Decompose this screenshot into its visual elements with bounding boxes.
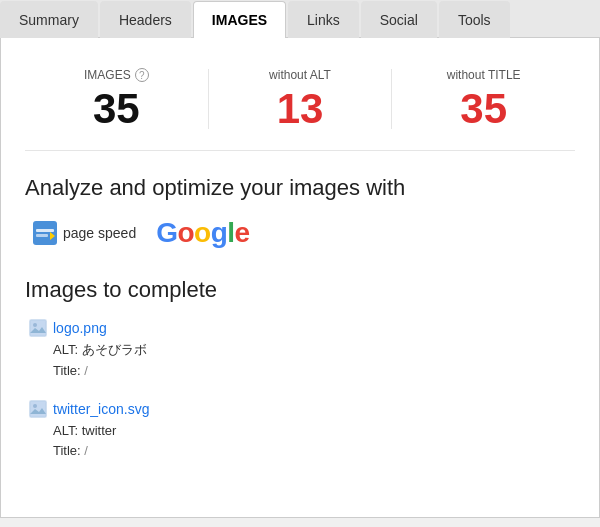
tab-links[interactable]: Links xyxy=(288,1,359,38)
pagespeed-label: page speed xyxy=(63,225,136,241)
alt-value-0: あそびラボ xyxy=(82,342,147,357)
stat-without-alt: without ALT 13 xyxy=(209,68,392,130)
optimize-title: Analyze and optimize your images with xyxy=(25,175,575,201)
image-filename-0: logo.png xyxy=(29,319,575,337)
image-thumb-icon-0 xyxy=(29,319,47,337)
tab-bar: Summary Headers IMAGES Links Social Tool… xyxy=(0,0,600,38)
svg-rect-5 xyxy=(30,320,46,336)
alt-value-1: twitter xyxy=(82,423,117,438)
google-logo[interactable]: Google xyxy=(156,217,249,249)
image-link-1[interactable]: twitter_icon.svg xyxy=(53,401,149,417)
pagespeed-logo[interactable]: page speed xyxy=(33,221,136,245)
tab-tools[interactable]: Tools xyxy=(439,1,510,38)
svg-rect-2 xyxy=(36,234,48,237)
stat-images-label: IMAGES ? xyxy=(25,68,208,82)
title-value-0: / xyxy=(84,363,88,378)
title-label-0: Title: xyxy=(53,363,81,378)
alt-label-0: ALT: xyxy=(53,342,78,357)
images-section-title: Images to complete xyxy=(25,277,575,303)
svg-rect-9 xyxy=(30,401,46,417)
image-filename-1: twitter_icon.svg xyxy=(29,400,575,418)
tool-logos: page speed Google xyxy=(33,217,575,249)
image-meta-1: ALT: twitter Title: / xyxy=(53,421,575,463)
main-content: IMAGES ? 35 without ALT 13 without TITLE… xyxy=(0,38,600,518)
stat-alt-label: without ALT xyxy=(209,68,392,82)
stats-row: IMAGES ? 35 without ALT 13 without TITLE… xyxy=(25,58,575,151)
image-thumb-icon-1 xyxy=(29,400,47,418)
image-item-1: twitter_icon.svg ALT: twitter Title: / xyxy=(25,400,575,463)
svg-rect-1 xyxy=(36,229,54,232)
image-item-0: logo.png ALT: あそびラボ Title: / xyxy=(25,319,575,382)
stat-title-label: without TITLE xyxy=(392,68,575,82)
image-meta-0: ALT: あそびラボ Title: / xyxy=(53,340,575,382)
stat-title-value: 35 xyxy=(392,88,575,130)
tab-summary[interactable]: Summary xyxy=(0,1,98,38)
stat-images: IMAGES ? 35 xyxy=(25,68,208,130)
pagespeed-icon xyxy=(33,221,57,245)
stat-alt-value: 13 xyxy=(209,88,392,130)
images-complete-section: Images to complete logo.png ALT: あそびラボ T… xyxy=(25,277,575,462)
optimize-section: Analyze and optimize your images with pa… xyxy=(25,175,575,249)
stat-without-title: without TITLE 35 xyxy=(392,68,575,130)
image-link-0[interactable]: logo.png xyxy=(53,320,107,336)
svg-rect-0 xyxy=(33,221,57,245)
svg-point-6 xyxy=(33,323,37,327)
help-icon[interactable]: ? xyxy=(135,68,149,82)
svg-point-10 xyxy=(33,404,37,408)
stat-images-value: 35 xyxy=(25,88,208,130)
title-label-1: Title: xyxy=(53,443,81,458)
alt-label-1: ALT: xyxy=(53,423,78,438)
tab-images[interactable]: IMAGES xyxy=(193,1,286,38)
title-value-1: / xyxy=(84,443,88,458)
tab-social[interactable]: Social xyxy=(361,1,437,38)
tab-headers[interactable]: Headers xyxy=(100,1,191,38)
